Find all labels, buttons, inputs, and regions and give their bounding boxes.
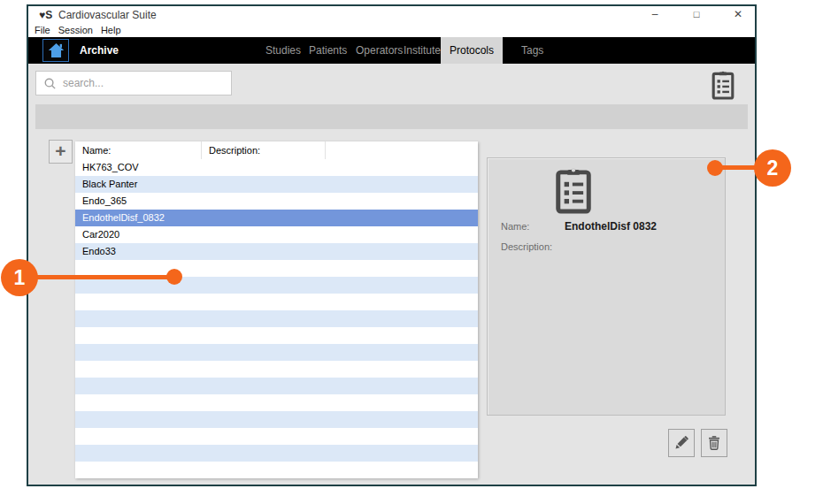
callout-1-line — [19, 275, 174, 279]
row-name-cell: EndothelDisf_0832 — [75, 210, 202, 226]
row-name-cell: HK763_COV — [75, 159, 202, 176]
row-description-cell — [202, 378, 326, 394]
row-name-cell — [75, 462, 202, 478]
minimize-button[interactable]: – — [643, 6, 666, 24]
callout-1-dot — [166, 269, 182, 285]
titlebar: ♥S Cardiovascular Suite – □ ✕ — [28, 6, 755, 24]
table-row[interactable]: Black Panter — [75, 176, 478, 193]
pencil-icon — [673, 435, 689, 451]
search-icon — [43, 77, 57, 90]
protocol-table: Name: Description: HK763_COVBlack Panter… — [75, 141, 478, 478]
column-header-description[interactable]: Description: — [202, 141, 326, 159]
column-header-spare — [326, 141, 478, 159]
app-logo-heart-icon: ♥S — [39, 6, 52, 24]
row-description-cell — [202, 361, 326, 378]
table-row[interactable]: HK763_COV — [75, 159, 478, 176]
menu-item-session[interactable]: Session — [58, 24, 93, 37]
delete-button[interactable] — [701, 429, 727, 457]
add-protocol-button[interactable]: + — [49, 140, 73, 164]
maximize-button[interactable]: □ — [685, 6, 708, 24]
close-button[interactable]: ✕ — [727, 6, 750, 24]
row-description-cell — [202, 159, 326, 176]
row-name-cell: Black Panter — [75, 176, 202, 193]
row-description-cell — [202, 310, 326, 327]
tab-tags[interactable]: Tags — [512, 37, 552, 64]
row-name-cell — [75, 428, 202, 445]
home-button[interactable] — [42, 39, 69, 62]
protocols-clipboard-button[interactable] — [707, 68, 739, 102]
table-row[interactable] — [75, 394, 478, 411]
menu-item-file[interactable]: File — [35, 24, 50, 37]
table-row[interactable]: Car2020 — [75, 226, 478, 243]
table-row[interactable] — [75, 310, 478, 327]
row-description-cell — [202, 294, 326, 310]
row-name-cell — [75, 344, 202, 361]
clipboard-icon — [553, 164, 594, 217]
detail-description-label: Description: — [501, 241, 552, 252]
row-description-cell — [202, 193, 326, 210]
table-row[interactable] — [75, 462, 478, 478]
row-description-cell — [202, 411, 326, 428]
toolbar-strip — [35, 104, 748, 129]
table-row[interactable] — [75, 428, 478, 445]
details-panel: Name: EndothelDisf 0832 Description: — [487, 157, 726, 416]
table-body: HK763_COVBlack PanterEndo_365EndothelDis… — [75, 159, 478, 478]
table-row[interactable] — [75, 327, 478, 344]
table-row[interactable]: Endo33 — [75, 243, 478, 260]
row-description-cell — [202, 445, 326, 462]
table-row[interactable]: Endo_365 — [75, 193, 478, 210]
table-row[interactable] — [75, 344, 478, 361]
search-box[interactable] — [35, 71, 232, 95]
tab-protocols[interactable]: Protocols — [441, 37, 503, 64]
home-icon — [48, 42, 65, 58]
row-name-cell: Endo_365 — [75, 193, 202, 210]
search-input[interactable] — [63, 77, 231, 89]
archive-title: Archive — [80, 37, 119, 64]
row-name-cell — [75, 361, 202, 378]
row-description-cell — [202, 428, 326, 445]
row-name-cell: Endo33 — [75, 243, 202, 260]
app-window: ♥S Cardiovascular Suite – □ ✕ File Sessi… — [27, 4, 757, 486]
table-row[interactable] — [75, 411, 478, 428]
table-row[interactable] — [75, 361, 478, 378]
table-header: Name: Description: — [75, 141, 478, 159]
row-name-cell — [75, 378, 202, 394]
detail-name-label: Name: — [501, 221, 529, 232]
row-name-cell — [75, 294, 202, 310]
clipboard-icon — [710, 69, 736, 101]
row-description-cell — [202, 327, 326, 344]
row-description-cell — [202, 210, 326, 226]
row-description-cell — [202, 176, 326, 193]
table-row[interactable] — [75, 445, 478, 462]
row-name-cell: Car2020 — [75, 226, 202, 243]
menu-item-help[interactable]: Help — [101, 24, 121, 37]
row-description-cell — [202, 344, 326, 361]
column-header-name[interactable]: Name: — [75, 141, 202, 159]
table-row[interactable]: EndothelDisf_0832 — [75, 210, 478, 226]
table-row[interactable] — [75, 294, 478, 310]
row-description-cell — [202, 394, 326, 411]
app-title: Cardiovascular Suite — [58, 6, 157, 24]
row-name-cell — [75, 327, 202, 344]
navbar: Archive StudiesPatientsOperatorsInstitut… — [28, 37, 755, 64]
table-row[interactable] — [75, 378, 478, 394]
menubar: File Session Help — [28, 24, 755, 37]
row-name-cell — [75, 394, 202, 411]
row-description-cell — [202, 260, 326, 277]
row-name-cell — [75, 445, 202, 462]
callout-2-badge: 2 — [754, 149, 791, 187]
row-description-cell — [202, 243, 326, 260]
edit-button[interactable] — [668, 429, 695, 457]
trash-icon — [706, 435, 722, 451]
row-description-cell — [202, 226, 326, 243]
callout-1-badge: 1 — [1, 259, 38, 296]
detail-name-value: EndothelDisf 0832 — [565, 220, 657, 233]
row-name-cell — [75, 411, 202, 428]
row-description-cell — [202, 277, 326, 294]
page: ♥S Cardiovascular Suite – □ ✕ File Sessi… — [0, 0, 823, 504]
row-name-cell — [75, 310, 202, 327]
row-description-cell — [202, 462, 326, 478]
